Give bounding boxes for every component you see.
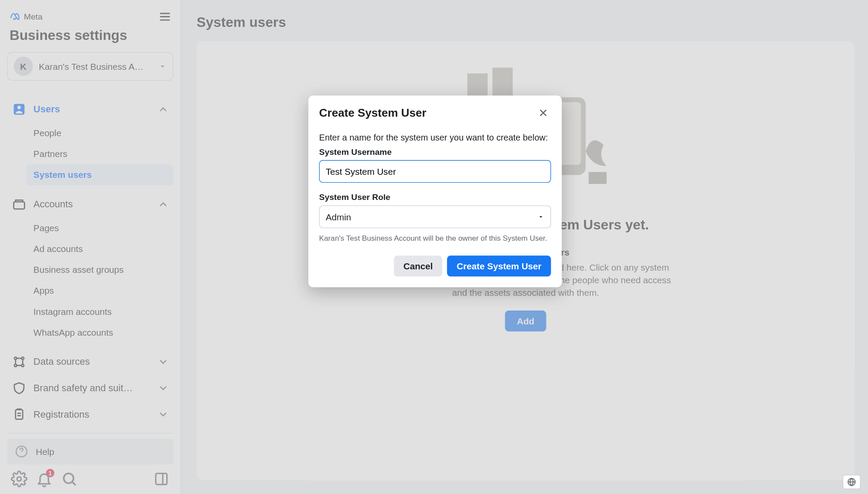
create-system-user-button[interactable]: Create System User	[447, 255, 551, 276]
system-user-role-select[interactable]: Admin	[319, 206, 551, 228]
modal-helper-text: Karan's Test Business Account will be th…	[319, 234, 551, 242]
create-system-user-modal: Create System User Enter a name for the …	[309, 95, 562, 287]
globe-icon[interactable]	[843, 475, 861, 489]
system-username-input[interactable]	[319, 160, 551, 183]
close-icon[interactable]	[536, 105, 551, 121]
role-value: Admin	[326, 212, 351, 222]
caret-down-icon	[537, 213, 545, 221]
cancel-button[interactable]: Cancel	[394, 255, 443, 276]
role-label: System User Role	[319, 192, 551, 202]
modal-title: Create System User	[319, 106, 426, 119]
username-label: System Username	[319, 147, 551, 157]
modal-instruction: Enter a name for the system user you wan…	[319, 133, 551, 142]
